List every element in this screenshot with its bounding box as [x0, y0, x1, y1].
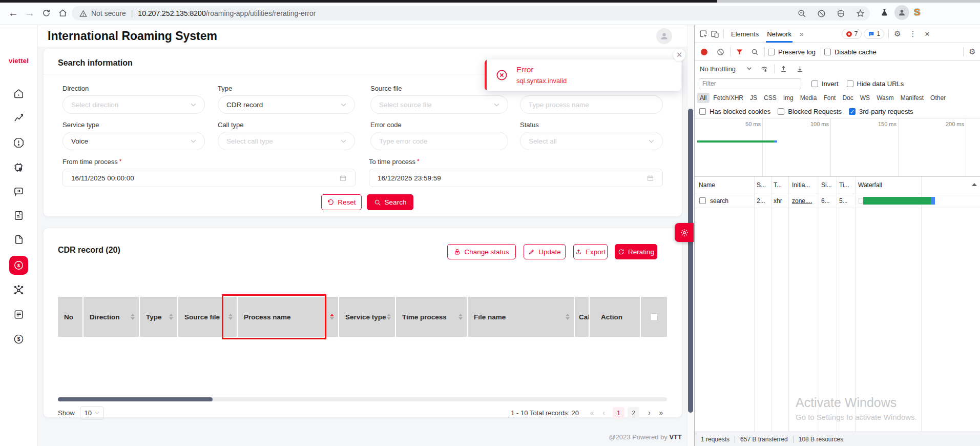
grid-col-initiator[interactable]: Initia...: [792, 181, 810, 189]
user-avatar[interactable]: [656, 28, 672, 44]
grid-col-status[interactable]: S...: [757, 181, 766, 189]
sidebar-item-alerts[interactable]: [0, 133, 37, 152]
type-filter-css[interactable]: CSS: [761, 93, 780, 103]
blocked-requests-label[interactable]: Blocked Requests: [788, 108, 842, 115]
invert-checkbox[interactable]: [811, 80, 818, 87]
sidebar-item-billing-active[interactable]: $: [9, 256, 28, 275]
network-settings-gear-icon[interactable]: ⚙: [967, 46, 978, 57]
address-bar[interactable]: Not secure | 10.207.252.135:8200/roaming…: [72, 6, 870, 21]
col-type[interactable]: Type: [140, 297, 178, 337]
type-filter-all[interactable]: All: [697, 93, 710, 103]
has-blocked-cookies-label[interactable]: Has blocked cookies: [710, 108, 770, 115]
extension-s-logo[interactable]: S: [914, 7, 921, 18]
throttling-select[interactable]: No throttling: [700, 65, 736, 73]
col-time-process[interactable]: Time process: [396, 297, 468, 337]
network-conditions-icon[interactable]: [759, 63, 770, 74]
throttling-caret-icon[interactable]: [747, 67, 752, 70]
sidebar-item-home[interactable]: [0, 84, 37, 103]
type-filter-manifest[interactable]: Manifest: [898, 93, 927, 103]
status-select[interactable]: Select all: [520, 132, 663, 150]
filter-funnel-icon[interactable]: [734, 46, 745, 57]
sidebar-item-processing[interactable]: [0, 158, 37, 177]
type-select[interactable]: CDR record: [218, 95, 355, 114]
col-file-name[interactable]: File name: [468, 297, 575, 337]
page-1-button[interactable]: 1: [613, 407, 624, 419]
sidebar-item-documents[interactable]: [0, 206, 37, 225]
sidebar-item-messages-sync[interactable]: [0, 182, 37, 201]
type-filter-fetch-xhr[interactable]: Fetch/XHR: [710, 93, 746, 103]
request-name[interactable]: search: [710, 197, 728, 205]
disable-cache-label[interactable]: Disable cache: [835, 48, 877, 56]
tab-elements[interactable]: Elements: [727, 25, 763, 43]
direction-select[interactable]: Select direction: [62, 95, 205, 114]
home-button[interactable]: [55, 6, 70, 20]
sidebar-item-reports[interactable]: [0, 305, 37, 324]
type-filter-media[interactable]: Media: [797, 93, 820, 103]
sort-icon[interactable]: [387, 314, 391, 320]
source-file-select[interactable]: Select source file: [370, 95, 508, 114]
sort-icon[interactable]: [458, 314, 463, 320]
first-page-button[interactable]: «: [586, 407, 598, 419]
network-overview-timeline[interactable]: 50 ms 100 ms 150 ms 200 ms: [695, 118, 980, 177]
hide-data-urls-label[interactable]: Hide data URLs: [857, 80, 904, 88]
record-icon[interactable]: [701, 49, 707, 55]
process-name-input[interactable]: [529, 101, 654, 109]
from-time-picker[interactable]: 16/11/2025 00:00:00: [62, 169, 356, 187]
grid-col-name[interactable]: Name: [699, 181, 715, 189]
type-filter-doc[interactable]: Doc: [839, 93, 856, 103]
update-button[interactable]: Update: [524, 244, 566, 259]
inspect-element-icon[interactable]: [698, 28, 709, 39]
favorite-star-icon[interactable]: [856, 9, 865, 18]
settings-fab-button[interactable]: [675, 223, 694, 242]
issues-badge[interactable]: 1: [864, 29, 884, 39]
import-har-icon[interactable]: [778, 63, 789, 74]
next-page-button[interactable]: ›: [643, 407, 655, 419]
type-filter-img[interactable]: Img: [780, 93, 797, 103]
type-filter-ws[interactable]: WS: [857, 93, 873, 103]
invert-label[interactable]: Invert: [822, 80, 839, 88]
col-select-all[interactable]: [641, 297, 667, 337]
service-type-select[interactable]: Voice: [62, 132, 205, 150]
url-host[interactable]: 10.207.252.135:8200: [138, 9, 205, 17]
col-no[interactable]: No: [58, 297, 84, 337]
export-button[interactable]: Export: [573, 244, 608, 259]
grid-col-type[interactable]: T...: [774, 181, 782, 189]
back-button[interactable]: ←: [6, 6, 20, 20]
error-code-input[interactable]: [379, 137, 499, 145]
error-count-badge[interactable]: 7: [842, 29, 862, 39]
page-scrollbar-thumb[interactable]: [688, 109, 693, 413]
hide-data-urls-checkbox[interactable]: [847, 80, 853, 87]
col-direction[interactable]: Direction: [84, 297, 140, 337]
sort-icon[interactable]: [566, 314, 570, 320]
col-call[interactable]: Call: [575, 297, 590, 337]
disable-cache-checkbox[interactable]: [824, 49, 831, 55]
last-page-button[interactable]: »: [655, 407, 667, 419]
waterfall-sort-icon[interactable]: [972, 183, 977, 186]
preserve-log-label[interactable]: Preserve log: [778, 48, 816, 56]
third-party-requests-checkbox[interactable]: ✓: [849, 108, 856, 115]
devtools-kebab-menu-icon[interactable]: ⋮: [907, 28, 919, 39]
zoom-out-icon[interactable]: [798, 9, 806, 18]
third-party-requests-label[interactable]: 3rd-party requests: [859, 108, 913, 115]
search-button[interactable]: Search: [367, 194, 413, 210]
toast-close-button[interactable]: ✕: [673, 49, 685, 61]
sidebar-item-files[interactable]: [0, 230, 37, 249]
prev-page-button[interactable]: ‹: [598, 407, 610, 419]
select-all-checkbox[interactable]: [650, 313, 658, 321]
network-filter-input[interactable]: [699, 78, 801, 89]
url-path[interactable]: /roaming-app/utilities/rerating-error: [206, 9, 316, 17]
tracking-shield-icon[interactable]: [837, 9, 845, 18]
to-time-picker[interactable]: 16/12/2025 23:59:59: [369, 169, 663, 187]
call-type-select[interactable]: Select call type: [218, 132, 355, 150]
device-toolbar-icon[interactable]: [709, 28, 720, 39]
blocked-requests-checkbox[interactable]: [778, 108, 784, 115]
content-blocked-icon[interactable]: [817, 9, 826, 18]
type-filter-wasm[interactable]: Wasm: [873, 93, 897, 103]
sidebar-item-network[interactable]: [0, 280, 37, 299]
sidebar-item-revenue[interactable]: $: [0, 330, 37, 349]
col-service-type[interactable]: Service type: [339, 297, 396, 337]
page-2-button[interactable]: 2: [628, 407, 639, 419]
request-initiator-link[interactable]: zone....: [792, 197, 812, 205]
error-code-input-wrap[interactable]: [370, 132, 508, 150]
not-secure-warning-icon[interactable]: [79, 9, 88, 18]
